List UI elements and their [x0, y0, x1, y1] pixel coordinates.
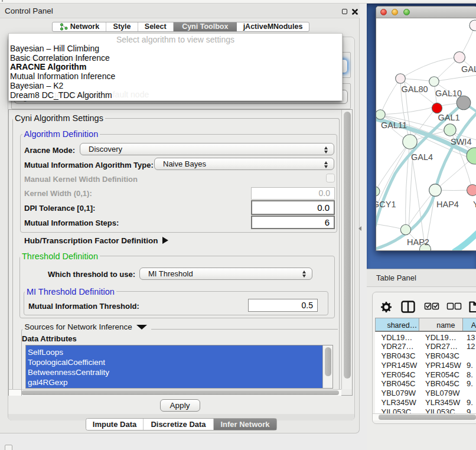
- svg-text:GAL1: GAL1: [438, 113, 459, 122]
- svg-text:Y: Y: [473, 200, 476, 209]
- svg-text:GCY1: GCY1: [376, 200, 396, 209]
- svg-text:GAL11: GAL11: [381, 120, 407, 130]
- svg-text:GAL4: GAL4: [411, 152, 433, 162]
- svg-text:SWI4: SWI4: [451, 137, 471, 146]
- svg-text:GAL80: GAL80: [401, 84, 428, 94]
- svg-text:HAP2: HAP2: [407, 237, 429, 247]
- svg-text:GAL10: GAL10: [435, 89, 462, 98]
- svg-text:GAL7: GAL7: [461, 64, 476, 74]
- svg-text:HAP4: HAP4: [436, 200, 459, 209]
